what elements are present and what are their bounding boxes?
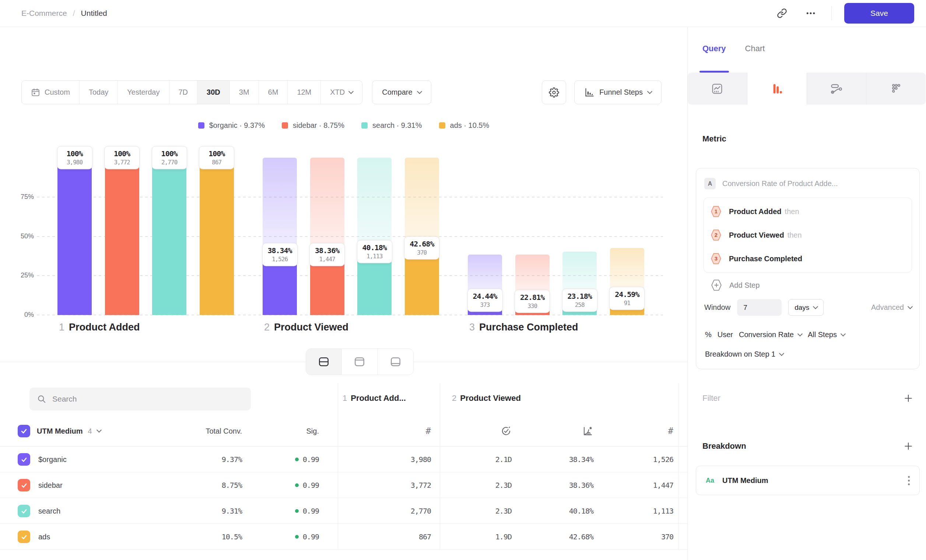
row-checkbox[interactable]: [18, 531, 30, 543]
bar-count: 1,113: [362, 253, 387, 260]
funnel-bar[interactable]: [152, 158, 186, 315]
breakdown-count: 4: [88, 427, 92, 436]
bar-count: 330: [520, 302, 545, 309]
row-metric-cell: 38.34%: [534, 446, 593, 472]
table-header-sig[interactable]: Sig.: [275, 423, 319, 439]
add-filter-button[interactable]: [903, 394, 913, 403]
y-axis-tick: 0%: [7, 311, 34, 319]
bar-value-label: 38.36%1,447: [309, 243, 345, 266]
hexagon-step-badge: 1: [711, 206, 722, 217]
advanced-toggle[interactable]: Advanced: [871, 303, 912, 312]
bar-count: 373: [472, 301, 498, 308]
funnel-bar[interactable]: [200, 158, 234, 315]
tab-chart[interactable]: Chart: [745, 44, 765, 73]
hash-icon: #: [426, 426, 431, 436]
kebab-menu-icon[interactable]: [908, 476, 910, 485]
chevron-down-icon: [779, 351, 784, 356]
add-step-label: Add Step: [729, 281, 760, 289]
chevron-down-icon[interactable]: [96, 427, 101, 433]
svg-text:3: 3: [714, 255, 717, 262]
table-header-count-added[interactable]: #: [398, 423, 431, 439]
y-axis-tick: 25%: [7, 271, 34, 279]
row-metric-cell: 40.18%: [534, 498, 593, 524]
window-value-input[interactable]: [737, 299, 782, 316]
step-name: Purchase Completed: [479, 322, 578, 333]
table-header-avg-time[interactable]: [478, 423, 511, 439]
funnel-bar[interactable]: [57, 158, 92, 315]
metric-heading: Metric: [702, 134, 920, 144]
advanced-label: Advanced: [871, 303, 904, 312]
chevron-down-icon: [908, 304, 913, 309]
table-header-total-conv[interactable]: Total Conv.: [168, 423, 242, 439]
query-step-2[interactable]: 2Product Viewedthen: [711, 223, 905, 247]
bar-value-label: 38.34%1,526: [262, 243, 298, 266]
breadcrumb-project[interactable]: E-Commerce: [21, 9, 67, 18]
window-unit-select[interactable]: days: [788, 299, 824, 316]
tab-query[interactable]: Query: [702, 44, 726, 73]
row-significance: 0.99: [268, 524, 319, 550]
more-menu-icon[interactable]: [803, 5, 819, 21]
query-step-3[interactable]: 3Purchase Completed: [711, 247, 905, 271]
metric-title: Conversion Rate of Product Adde...: [722, 179, 838, 188]
table-header-conv-rate[interactable]: [560, 423, 593, 439]
bar-value-label: 100%3,772: [104, 146, 139, 170]
add-breakdown-button[interactable]: [903, 441, 913, 451]
row-checkbox[interactable]: [18, 505, 30, 517]
bar-percent: 100%: [204, 149, 229, 158]
breakdown-property-card[interactable]: Aa UTM Medium: [696, 466, 920, 495]
search-icon: [37, 394, 46, 404]
layout-bottom-button[interactable]: [378, 349, 413, 375]
divider: [831, 6, 832, 20]
search-box: [29, 387, 251, 410]
bar-count: 370: [409, 249, 434, 256]
metric-header[interactable]: A Conversion Rate of Product Adde...: [704, 178, 912, 189]
row-checkbox[interactable]: [18, 479, 30, 492]
bar-percent: 100%: [157, 149, 182, 158]
row-breakdown-cell: sidebar: [18, 479, 63, 492]
breadcrumb-title[interactable]: Untitled: [81, 9, 107, 18]
search-input[interactable]: [52, 395, 244, 403]
step-number: 1: [59, 322, 65, 333]
tab-scatter-chart-icon[interactable]: [866, 73, 926, 104]
share-link-icon[interactable]: [774, 5, 790, 21]
table-row[interactable]: ads10.5%0.998671.9D42.68%370: [0, 524, 687, 550]
row-checkbox[interactable]: [18, 453, 30, 466]
measure-user-select[interactable]: User: [717, 330, 733, 339]
save-button[interactable]: Save: [844, 3, 914, 24]
filter-section: Filter: [702, 394, 913, 403]
table-row[interactable]: $organic9.37%0.993,9802.1D38.34%1,526: [0, 446, 687, 472]
row-label: $organic: [38, 453, 67, 466]
step-then-suffix: then: [787, 231, 802, 239]
table-row[interactable]: search9.31%0.992,7702.3D40.18%1,113: [0, 498, 687, 524]
tab-journey-chart-icon[interactable]: [807, 73, 867, 104]
layout-split-button[interactable]: [306, 349, 342, 375]
breakdown-on-step-select[interactable]: Breakdown on Step 1: [705, 350, 912, 359]
step-number: 1: [343, 394, 347, 403]
step-number: 3: [469, 322, 475, 333]
layout-top-button[interactable]: [342, 349, 378, 375]
funnel-bar[interactable]: [105, 158, 139, 315]
select-all-checkbox[interactable]: [18, 425, 30, 437]
row-label: ads: [38, 531, 50, 543]
measure-steps-select[interactable]: All Steps: [808, 330, 845, 339]
row-breakdown-cell: ads: [18, 531, 50, 543]
breadcrumb-separator: /: [73, 9, 75, 18]
bar-percent: 42.68%: [409, 239, 434, 248]
bar-value-label: 100%2,770: [152, 146, 187, 170]
query-step-1[interactable]: 1Product Addedthen: [711, 200, 905, 223]
significance-dot: [295, 535, 299, 539]
step-name: Product Viewed: [460, 394, 521, 403]
metric-badge: A: [704, 178, 716, 189]
measure-rate-select[interactable]: Conversion Rate: [739, 330, 802, 339]
breakdown-column-label[interactable]: UTM Medium: [37, 427, 83, 436]
bar-value-label: 40.18%1,113: [357, 240, 392, 263]
tab-funnel-chart-icon[interactable]: [747, 73, 807, 104]
table-header-count-viewed[interactable]: #: [640, 423, 673, 439]
tab-line-chart-icon[interactable]: [688, 73, 747, 104]
app: E-Commerce / Untitled Save CustomTodayYe…: [0, 0, 926, 560]
add-step-button[interactable]: Add Step: [711, 279, 912, 291]
column-group-product-added: 1Product Add...: [343, 394, 406, 403]
row-significance: 0.99: [268, 498, 319, 524]
bar-count: 3,772: [109, 159, 135, 166]
table-row[interactable]: sidebar8.75%0.993,7722.3D38.36%1,447: [0, 472, 687, 498]
